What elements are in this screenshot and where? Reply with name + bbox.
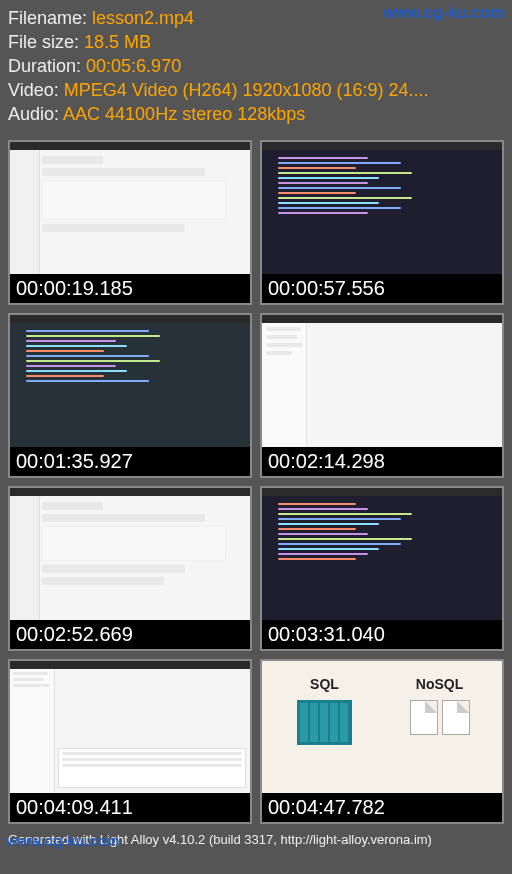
timestamp: 00:04:09.411 [10, 793, 250, 822]
timestamp: 00:01:35.927 [10, 447, 250, 476]
duration-row: Duration: 00:05:6.970 [8, 54, 504, 78]
watermark-link[interactable]: www.cg-ku.com [383, 4, 504, 22]
filesize-value: 18.5 MB [84, 32, 151, 52]
watermark-link[interactable]: www.cg-ku.com [6, 832, 120, 849]
thumbnail[interactable]: 00:00:19.185 [8, 140, 252, 305]
audio-value: AAC 44100Hz stereo 128kbps [63, 104, 305, 124]
audio-row: Audio: AAC 44100Hz stereo 128kbps [8, 102, 504, 126]
filesize-label: File size: [8, 32, 79, 52]
thumbnail[interactable]: 00:03:31.040 [260, 486, 504, 651]
video-label: Video: [8, 80, 59, 100]
video-row: Video: MPEG4 Video (H264) 1920x1080 (16:… [8, 78, 504, 102]
timestamp: 00:00:19.185 [10, 274, 250, 303]
thumbnail[interactable]: 00:00:57.556 [260, 140, 504, 305]
thumb-preview [10, 661, 250, 796]
timestamp: 00:03:31.040 [262, 620, 502, 649]
thumbnail[interactable]: SQL NoSQL 00:04:47.782 [260, 659, 504, 824]
thumbnail[interactable]: 00:02:52.669 [8, 486, 252, 651]
thumb-preview [262, 142, 502, 277]
thumbnail[interactable]: 00:02:14.298 [260, 313, 504, 478]
filename-label: Filename: [8, 8, 87, 28]
timestamp: 00:02:52.669 [10, 620, 250, 649]
thumb-preview [10, 315, 250, 450]
nosql-label: NoSQL [382, 676, 497, 692]
thumb-preview [10, 142, 250, 277]
duration-label: Duration: [8, 56, 81, 76]
timestamp: 00:00:57.556 [262, 274, 502, 303]
thumbnail-grid: 00:00:19.185 00:00:57.556 00:01:35.927 [0, 130, 512, 828]
filesize-row: File size: 18.5 MB [8, 30, 504, 54]
document-icon [410, 700, 438, 735]
document-icon [442, 700, 470, 735]
file-info-header: www.cg-ku.com Filename: lesson2.mp4 File… [0, 0, 512, 130]
thumbnail[interactable]: 00:04:09.411 [8, 659, 252, 824]
thumb-preview [262, 315, 502, 450]
timestamp: 00:02:14.298 [262, 447, 502, 476]
thumb-preview: SQL NoSQL [262, 661, 502, 796]
thumbnail[interactable]: 00:01:35.927 [8, 313, 252, 478]
duration-value: 00:05:6.970 [86, 56, 181, 76]
thumb-preview [10, 488, 250, 623]
audio-label: Audio: [8, 104, 59, 124]
timestamp: 00:04:47.782 [262, 793, 502, 822]
thumb-preview [262, 488, 502, 623]
sql-label: SQL [267, 676, 382, 692]
sql-table-icon [297, 700, 352, 745]
footer: Generated with Light Alloy v4.10.2 (buil… [0, 828, 512, 851]
video-value: MPEG4 Video (H264) 1920x1080 (16:9) 24..… [64, 80, 429, 100]
filename-value: lesson2.mp4 [92, 8, 194, 28]
